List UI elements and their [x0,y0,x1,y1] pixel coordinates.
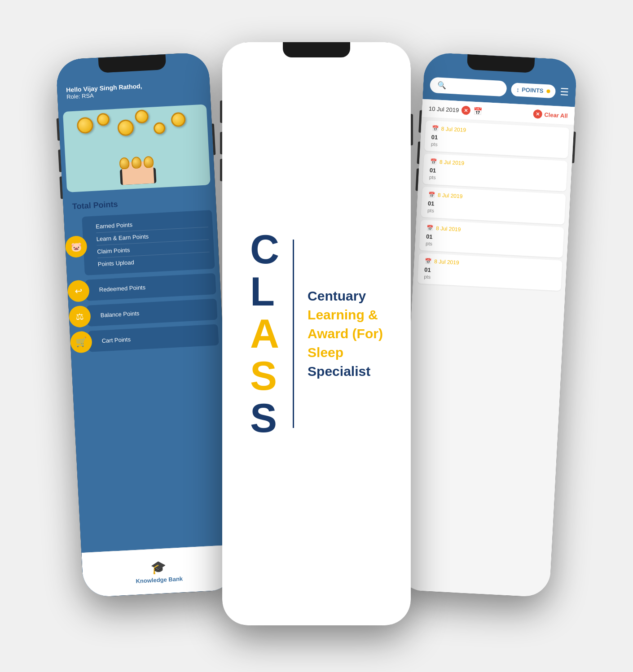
class-text-centuary: Centuary [308,287,383,305]
coin-1 [77,117,94,134]
left-phone: Hello Vijay Singh Rathod, Role: RSA [56,52,236,598]
earned-points-group-row[interactable]: 🐷 Earned Points Learn & Earn Points Clai… [68,210,215,276]
search-icon: 🔍 [437,81,446,90]
cart-points-menu: Cart Points [88,324,219,352]
class-logo: C L A S S Centuary Learning & Award (For… [250,229,383,438]
filter-dot [546,89,550,93]
right-phone: 🔍 ↕ POINTS ☰ 10 Jul 2019 ✕ 📅 [397,52,577,598]
list-cal-icon: 📅 [425,258,432,265]
left-phone-content: Hello Vijay Singh Rathod, Role: RSA [56,52,236,598]
phones-container: Hello Vijay Singh Rathod, Role: RSA [70,33,563,639]
list-item[interactable]: 📅 8 Jul 2019 01 pts [422,153,567,192]
coins-banner [63,104,211,192]
filter-label: POINTS [522,86,544,94]
list-cal-icon: 📅 [428,192,435,198]
search-bar[interactable]: 🔍 [430,77,507,97]
letter-c: C [250,229,279,270]
class-letters-column: C L A S S [250,229,279,438]
list-item-date: 8 Jul 2019 [441,126,466,133]
balance-points-item[interactable]: Balance Points [100,303,213,321]
center-phone-notch [283,42,350,57]
list-cal-icon: 📅 [430,158,437,165]
list-item[interactable]: 📅 8 Jul 2019 01 pts [418,253,563,291]
redeemed-points-item[interactable]: Redeemed Points [99,278,211,296]
list-item-date: 8 Jul 2019 [439,159,464,166]
coin-6 [171,112,186,127]
right-phone-content: 🔍 ↕ POINTS ☰ 10 Jul 2019 ✕ 📅 [397,52,577,598]
center-phone-content: C L A S S Centuary Learning & Award (For… [222,42,411,625]
remove-date-btn[interactable]: ✕ [462,105,471,115]
calendar-icon[interactable]: 📅 [473,106,483,115]
class-text-sleep: Sleep [308,343,383,362]
cart-points-group-row[interactable]: 🛒 Cart Points [75,324,219,353]
sort-icon: ↕ [516,86,520,93]
knowledge-bank-label: Knowledge Bank [136,575,183,584]
coin-bag-1 [119,157,129,169]
coin-bag-3 [143,156,154,168]
hand-illustration [114,147,161,185]
coin-4 [135,109,149,124]
list-item[interactable]: 📅 8 Jul 2019 01 pts [424,120,569,158]
list-cal-icon: 📅 [426,225,434,231]
class-divider [293,240,294,428]
center-phone: C L A S S Centuary Learning & Award (For… [222,42,411,625]
points-list: 📅 8 Jul 2019 01 pts 📅 8 Jul 2019 [397,118,574,598]
list-item-date: 8 Jul 2019 [434,258,459,266]
redeemed-points-menu: Redeemed Points [85,273,216,301]
letter-l: L [250,271,279,312]
clear-all-x-icon: ✕ [533,109,542,119]
letter-s2: S [250,398,279,438]
earned-points-menu: Earned Points Learn & Earn Points Claim … [82,210,215,275]
coin-bag-2 [131,157,141,169]
balance-points-menu: Balance Points [87,299,218,327]
date-text: 10 Jul 2019 [429,105,459,113]
list-cal-icon: 📅 [431,125,439,132]
total-points-label: Total Points [63,189,216,214]
redeemed-points-group-row[interactable]: ↩ Redeemed Points [72,273,216,302]
knowledge-bank-icon: 🎓 [150,559,167,575]
list-item[interactable]: 📅 8 Jul 2019 01 pts [421,187,566,225]
list-item-date: 8 Jul 2019 [436,225,461,233]
class-text-specialist: Specialist [308,362,383,381]
class-text-column: Centuary Learning & Award (For) Sleep Sp… [308,287,383,381]
class-text-award: Award (For) [308,324,383,343]
points-filter-btn[interactable]: ↕ POINTS [510,83,556,98]
list-item-date: 8 Jul 2019 [438,192,463,200]
list-item[interactable]: 📅 8 Jul 2019 01 pts [419,220,564,258]
class-text-learning: Learning & [308,305,383,324]
cart-points-item[interactable]: Cart Points [101,329,214,347]
hamburger-icon[interactable]: ☰ [560,86,569,98]
bottom-nav[interactable]: 🎓 Knowledge Bank [81,545,236,598]
letter-a: A [250,314,279,354]
date-chip: 10 Jul 2019 ✕ 📅 [429,104,483,116]
clear-all-label: Clear All [544,111,568,119]
letter-s1: S [250,356,279,396]
coin-2 [97,113,110,126]
clear-all-btn[interactable]: ✕ Clear All [533,109,568,120]
coin-5 [153,122,165,134]
balance-points-group-row[interactable]: ⚖ Balance Points [73,299,218,327]
coin-3 [117,119,134,136]
